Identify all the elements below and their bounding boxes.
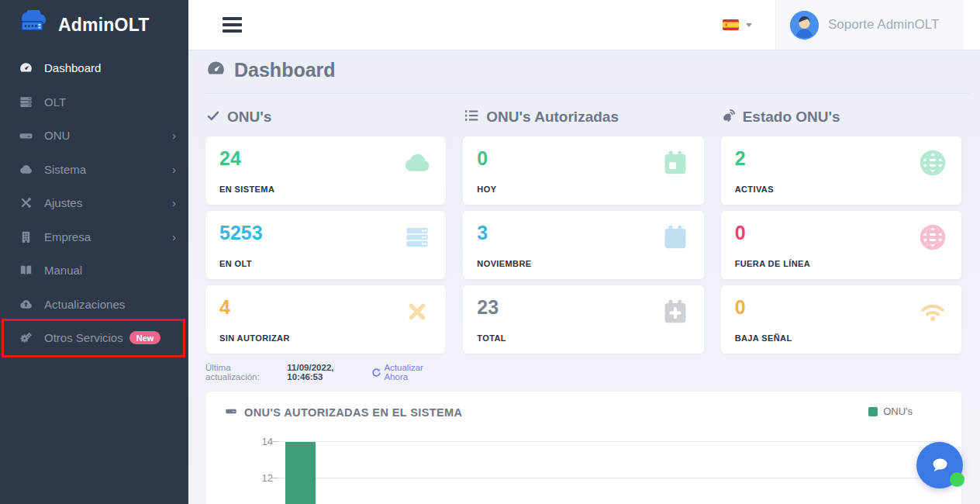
stat-value: 5253 [219, 223, 432, 243]
sidebar-item-manual[interactable]: Manual [0, 254, 188, 288]
stat-card-total: 23 TOTAL [463, 285, 703, 354]
calendar-plus-icon [659, 295, 692, 328]
stat-value: 4 [219, 298, 432, 317]
sidebar-item-olt[interactable]: OLT [0, 85, 188, 119]
stat-value: 0 [477, 149, 689, 168]
new-badge: New [129, 331, 161, 344]
stat-card-noviembre: 3 NOVIEMBRE [463, 211, 703, 279]
stat-value: 2 [735, 149, 947, 168]
section-title: Estado ONU's [743, 109, 840, 126]
list-ol-icon [463, 108, 480, 127]
stat-label: EN OLT [219, 259, 252, 268]
stat-value: 3 [477, 223, 689, 243]
stat-card-activas: 2 ACTIVAS [721, 136, 961, 205]
sidebar-nav: Dashboard OLT ONU › Sistema › Aj [0, 50, 188, 355]
sidebar-item-onu[interactable]: ONU › [0, 119, 188, 153]
chart-legend: ONU's [868, 406, 913, 417]
page-title-text: Dashboard [234, 59, 336, 81]
stat-label: EN SISTEMA [219, 185, 274, 194]
cloud-icon [17, 161, 34, 177]
sidebar-item-label: Actualizaciones [44, 298, 125, 311]
gauge-icon [17, 60, 34, 76]
sidebar-item-actualizaciones[interactable]: Actualizaciones [0, 288, 188, 322]
topbar-right: Soporte AdminOLT [723, 0, 980, 50]
cloud-switch-logo-icon [19, 10, 51, 40]
sidebar-item-otros-servicios[interactable]: Otros Servicios New [0, 321, 188, 355]
app-name: AdminOLT [58, 15, 149, 36]
caret-down-icon [746, 23, 752, 27]
section-header: ONU's [205, 108, 446, 126]
spanish-flag-icon [723, 19, 739, 30]
section-title: ONU's Autorizadas [486, 109, 619, 126]
refresh-icon [371, 368, 381, 378]
menu-toggle-button[interactable] [223, 17, 242, 33]
bar-chart-plot: 14 12 10 [205, 423, 961, 504]
gauge-icon [205, 58, 226, 82]
sidebar-item-label: Empresa [44, 230, 91, 243]
section-title: ONU's [227, 109, 271, 126]
tools-icon [17, 195, 34, 211]
chevron-right-icon: › [172, 230, 176, 243]
stat-value: 0 [735, 223, 947, 243]
stat-value: 23 [477, 298, 689, 317]
topbar: Soporte AdminOLT [188, 0, 980, 50]
chart-title-text: ONU'S AUTORIZADAS EN EL SISTEMA [244, 406, 462, 419]
online-status-dot [950, 472, 964, 487]
stat-card-fuera-de-linea: 0 FUERA DE LÍNEA [721, 211, 961, 279]
sidebar-item-empresa[interactable]: Empresa › [0, 220, 188, 254]
device-icon [17, 128, 34, 143]
x-icon [401, 295, 433, 328]
cloud-icon [401, 147, 433, 179]
user-menu[interactable]: Soporte AdminOLT [775, 0, 963, 50]
stat-label: TOTAL [477, 333, 506, 343]
sidebar-item-ajustes[interactable]: Ajustes › [0, 186, 188, 220]
chat-bubble-icon [928, 454, 951, 476]
gridline [278, 441, 943, 442]
stat-label: BAJA SEÑAL [735, 333, 792, 343]
check-icon [205, 109, 221, 126]
calendar-icon [659, 221, 692, 254]
calendar-check-icon [659, 147, 692, 179]
stat-label: HOY [477, 185, 496, 194]
cloud-upload-icon [17, 296, 34, 312]
satellite-dish-icon [721, 108, 737, 127]
sidebar-item-label: OLT [44, 95, 66, 109]
stat-card-en-sistema: 24 EN SISTEMA [205, 136, 446, 205]
stats-columns: ONU's 24 EN SISTEMA 5253 EN OLT 4 SIN AU… [205, 108, 961, 381]
sidebar-item-sistema[interactable]: Sistema › [0, 153, 188, 187]
wifi-icon [916, 295, 949, 328]
y-axis-tick: 12 [226, 472, 273, 484]
page-title: Dashboard [205, 58, 961, 82]
building-icon [17, 229, 34, 244]
last-update: Última actualización: 11/09/2022, 10:46:… [205, 363, 446, 381]
gears-icon [17, 330, 34, 346]
gridline [278, 478, 943, 478]
y-axis-tick: 14 [226, 436, 273, 447]
chevron-right-icon: › [172, 196, 176, 209]
legend-swatch [868, 407, 878, 416]
sidebar-item-label: Manual [44, 264, 82, 277]
server-icon [17, 94, 34, 109]
chart-card: ONU'S AUTORIZADAS EN EL SISTEMA ONU's 14… [205, 392, 961, 504]
refresh-now-link[interactable]: Actualizar Ahora [371, 363, 446, 381]
globe-icon [916, 221, 949, 254]
stat-card-hoy: 0 HOY [463, 136, 703, 205]
sidebar-item-dashboard[interactable]: Dashboard [0, 51, 188, 85]
bar-onus [285, 442, 316, 504]
sidebar-item-label: Otros Servicios [44, 331, 123, 344]
legend-label: ONU's [883, 406, 913, 417]
user-name: Soporte AdminOLT [828, 17, 939, 33]
stat-card-en-olt: 5253 EN OLT [205, 211, 446, 279]
globe-icon [916, 147, 949, 179]
language-dropdown[interactable] [723, 19, 752, 30]
sidebar: AdminOLT Dashboard OLT ONU › Sistema [0, 0, 188, 504]
chart-title: ONU'S AUTORIZADAS EN EL SISTEMA [224, 405, 943, 419]
stat-card-baja-senal: 0 BAJA SEÑAL [721, 285, 961, 354]
stat-label: NOVIEMBRE [477, 259, 531, 268]
app-logo[interactable]: AdminOLT [0, 0, 188, 50]
chevron-right-icon: › [172, 163, 176, 176]
main-content: Dashboard ONU's 24 EN SISTEMA 5253 EN OL… [188, 50, 980, 504]
chat-widget-button[interactable] [916, 442, 963, 488]
divider [205, 93, 969, 94]
section-onus-autorizadas: ONU's Autorizadas 0 HOY 3 NOVIEMBRE 23 T… [463, 108, 703, 381]
